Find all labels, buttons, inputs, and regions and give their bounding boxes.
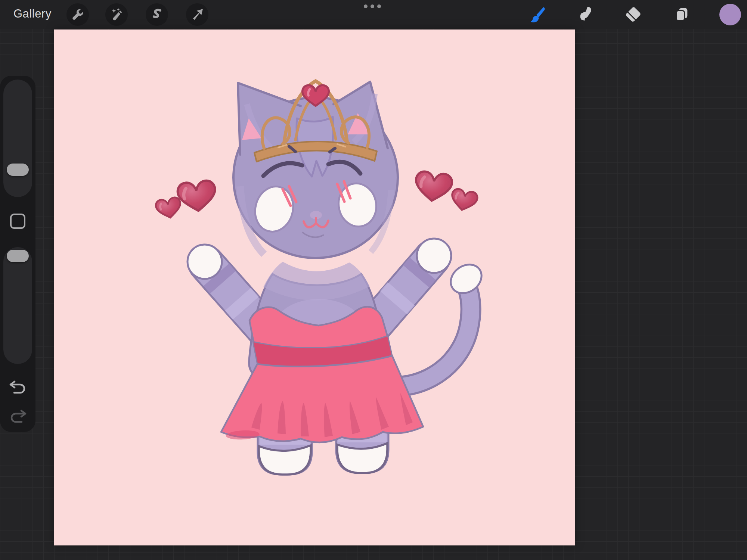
smudge-tool-button[interactable] [576,6,593,23]
brush-sidebar [0,76,35,432]
gallery-button[interactable]: Gallery [13,0,52,29]
cat-princess-artwork [54,29,575,545]
multitasking-dots[interactable] [364,4,381,8]
color-swatch-circle[interactable] [719,4,741,25]
adjustments-button[interactable] [105,3,128,26]
transform-button[interactable] [186,3,208,26]
transform-arrow-icon [190,7,204,22]
paintbrush-icon [529,6,546,23]
procreate-workspace: Gallery [0,0,747,560]
opacity-handle[interactable] [7,250,29,262]
redo-button[interactable] [9,410,27,424]
dot [364,4,368,8]
selection-s-icon [150,7,164,22]
drawing-canvas[interactable] [54,29,575,545]
heart-small-right [449,188,478,212]
undo-button[interactable] [9,380,27,395]
heart-small-left [155,196,183,220]
opacity-slider[interactable] [3,247,32,364]
paint-tool-button[interactable] [529,6,546,23]
heart-big-left [177,180,217,212]
brush-size-slider[interactable] [3,80,32,197]
dot [377,4,381,8]
heart-big-right [414,171,453,203]
brush-size-handle[interactable] [7,164,29,176]
actions-button[interactable] [66,3,89,26]
modify-button[interactable] [10,214,25,229]
selection-button[interactable] [146,3,168,26]
layers-button[interactable] [673,6,690,23]
layers-icon [673,6,690,23]
wrench-icon [71,7,85,22]
top-toolbar: Gallery [0,0,747,29]
erase-tool-button[interactable] [624,6,642,23]
magic-wand-icon [109,7,124,22]
cat-right-arm [372,239,451,328]
eraser-icon [624,6,642,23]
smudge-finger-icon [576,6,593,23]
dot [371,4,374,8]
cat-head [233,81,398,258]
